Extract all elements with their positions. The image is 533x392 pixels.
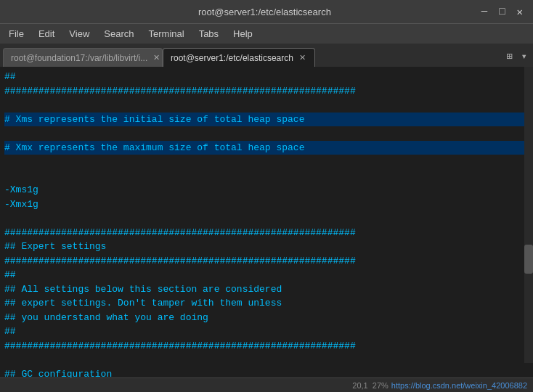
- tab-close-foundation[interactable]: ✕: [152, 52, 161, 63]
- tab-dropdown-icon[interactable]: ▾: [518, 49, 530, 64]
- menu-file[interactable]: File: [3, 26, 30, 41]
- status-link[interactable]: https://blog.csdn.net/weixin_42006882: [391, 381, 527, 390]
- minimize-button[interactable]: ─: [479, 4, 490, 19]
- cursor-position: 20,1 27%: [352, 381, 388, 390]
- tab-close-elasticsearch[interactable]: ✕: [298, 52, 307, 63]
- tab-foundation[interactable]: root@foundation17:/var/lib/libvirt/i... …: [3, 48, 163, 67]
- close-button[interactable]: ✕: [514, 4, 526, 20]
- menu-view[interactable]: View: [63, 26, 95, 41]
- menu-search[interactable]: Search: [98, 26, 139, 41]
- title-bar: root@server1:/etc/elasticsearch ─ □ ✕: [0, 0, 533, 23]
- tab-elasticsearch[interactable]: root@server1:/etc/elasticsearch ✕: [163, 48, 315, 67]
- menu-tabs[interactable]: Tabs: [193, 26, 224, 41]
- tab-label-foundation: root@foundation17:/var/lib/libvirt/i...: [11, 53, 147, 63]
- menu-help[interactable]: Help: [227, 26, 259, 41]
- scrollbar-thumb[interactable]: [524, 245, 533, 274]
- tab-extras: ⊞ ▾: [503, 49, 530, 67]
- window-title: root@server1:/etc/elasticsearch: [51, 7, 479, 17]
- menu-edit[interactable]: Edit: [33, 26, 60, 41]
- menu-bar: File Edit View Search Terminal Tabs Help: [0, 23, 533, 44]
- window-controls[interactable]: ─ □ ✕: [479, 4, 526, 20]
- new-tab-icon[interactable]: ⊞: [503, 49, 515, 64]
- terminal-text: ## #####################################…: [4, 70, 529, 377]
- scrollbar-track[interactable]: [524, 67, 533, 363]
- tab-bar: root@foundation17:/var/lib/libvirt/i... …: [0, 44, 533, 67]
- status-bar: 20,1 27% https://blog.csdn.net/weixin_42…: [0, 377, 533, 392]
- maximize-button[interactable]: □: [496, 4, 508, 19]
- menu-terminal[interactable]: Terminal: [143, 26, 190, 41]
- tab-label-elasticsearch: root@server1:/etc/elasticsearch: [171, 53, 293, 63]
- terminal-content[interactable]: ## #####################################…: [0, 67, 533, 377]
